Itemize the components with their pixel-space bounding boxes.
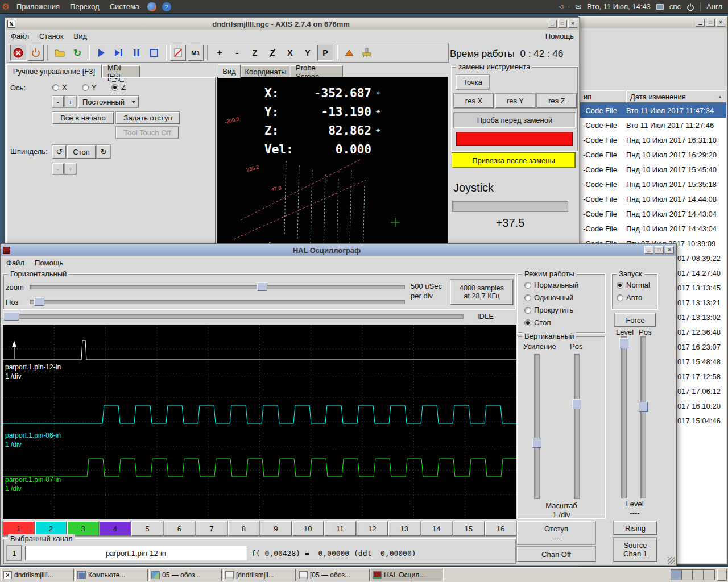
menu-system[interactable]: Система	[105, 1, 144, 13]
run-from-line-button[interactable]	[111, 45, 127, 61]
file-row[interactable]: -Code FileПнд 10 Июл 2017 16:29:20	[580, 147, 726, 162]
offset-button[interactable]: Отступ----	[517, 521, 595, 544]
zoom-slider-handle[interactable]	[257, 282, 267, 291]
run-program-button[interactable]	[93, 45, 109, 61]
mode-radio-roll[interactable]: Прокрутить	[524, 306, 573, 314]
view-side-button[interactable]: X	[282, 45, 298, 61]
jog-increment-dropdown[interactable]: Постоянный	[78, 96, 139, 107]
file-row[interactable]: -Code FileПнд 10 Июл 2017 16:31:10	[580, 132, 726, 147]
channel-button-8[interactable]: 8	[228, 521, 260, 536]
jog-minus-button[interactable]: -	[52, 96, 64, 107]
minimize-button[interactable]	[548, 20, 557, 28]
taskbar-item[interactable]: [05 — обоз...	[297, 569, 370, 581]
file-row[interactable]: -Code FileПнд 10 Июл 2017 15:35:18	[580, 177, 726, 192]
menu-view[interactable]: Вид	[69, 30, 93, 42]
trigger-source-button[interactable]: SourceChan 1	[614, 538, 657, 562]
channel-button-11[interactable]: 11	[324, 521, 356, 536]
res-x-button[interactable]: res X	[454, 94, 494, 108]
block-delete-button[interactable]	[170, 45, 186, 61]
view-top-button[interactable]: Z	[247, 45, 263, 61]
menu-file[interactable]: Файл	[6, 30, 34, 42]
selected-signal-entry[interactable]: parport.1.pin-12-in	[25, 546, 247, 560]
trigger-level-handle[interactable]	[619, 338, 628, 348]
mail-icon[interactable]	[575, 2, 581, 11]
file-row-partial[interactable]: 017 17:06:12	[677, 384, 726, 398]
taskbar-item[interactable]: HAL Осцил...	[371, 569, 444, 581]
file-row-partial[interactable]: 017 16:23:07	[677, 339, 726, 354]
home-all-button[interactable]: Все в начало	[52, 112, 114, 124]
file-row-partial[interactable]: 017 13:13:02	[677, 310, 726, 325]
vertical-pos-handle[interactable]	[572, 399, 581, 409]
maximize-button[interactable]	[655, 246, 664, 254]
panel-clock[interactable]: Вто, 11 Июл, 14:43	[587, 2, 651, 11]
file-row-partial[interactable]: 017 12:36:48	[677, 325, 726, 339]
spindle-ccw-button[interactable]: ↺	[52, 145, 66, 159]
menu-applications[interactable]: Приложения	[11, 1, 65, 13]
axis-radio-x[interactable]: X	[52, 83, 67, 92]
channel-button-13[interactable]: 13	[388, 521, 420, 536]
maximize-button[interactable]	[706, 19, 715, 27]
tab-dro[interactable]: Координаты	[242, 65, 289, 78]
chan-off-button[interactable]: Chan Off	[517, 547, 595, 562]
distro-logo-icon[interactable]	[0, 2, 11, 12]
touch-off-button[interactable]: Задать отступ	[116, 112, 180, 124]
reload-file-button[interactable]: ↻	[69, 45, 85, 61]
spindle-cw-button[interactable]: ↻	[97, 145, 110, 159]
jog-plus-button[interactable]: +	[65, 96, 76, 107]
taskbar-item[interactable]: dndrilsmjllll...	[1, 569, 74, 581]
keyboard-layout-indicator[interactable]: Англ	[706, 2, 722, 11]
file-row-partial[interactable]: 017 14:27:40	[677, 265, 726, 280]
column-header-date-modified[interactable]: Дата изменения ▲	[626, 90, 726, 103]
halscope-titlebar[interactable]: HAL Осциллограф	[1, 244, 676, 256]
channel-button-7[interactable]: 7	[196, 521, 228, 536]
record-position-handle[interactable]	[3, 312, 19, 321]
gain-slider-handle[interactable]	[532, 438, 541, 448]
workspace-2[interactable]	[682, 570, 693, 580]
menu-help[interactable]: Помощь	[30, 257, 68, 269]
workspace-switcher[interactable]	[671, 569, 715, 580]
user-name[interactable]: cnc	[669, 2, 681, 11]
workspace-3[interactable]	[693, 570, 704, 580]
zoom-slider[interactable]	[30, 282, 406, 292]
tab-preview[interactable]: Вид	[218, 64, 241, 78]
trigger-pos-slider[interactable]	[639, 336, 648, 498]
file-row-partial[interactable]: 017 17:12:58	[677, 369, 726, 384]
file-row[interactable]: -Code FileВто 11 Июл 2017 11:27:46	[580, 118, 726, 132]
file-row-partial[interactable]: 017 15:04:46	[677, 413, 726, 428]
volume-indicator-icon[interactable]: ◁---	[559, 3, 569, 10]
menu-machine[interactable]: Станок	[34, 30, 69, 42]
mode-radio-single[interactable]: Одиночный	[524, 293, 573, 302]
firefox-launcher-icon[interactable]	[147, 2, 156, 11]
channel-button-14[interactable]: 14	[421, 521, 453, 536]
column-header-type[interactable]: ип	[580, 90, 626, 103]
open-file-button[interactable]	[52, 45, 68, 61]
machine-power-button[interactable]	[28, 45, 44, 61]
hpos-slider-handle[interactable]	[34, 297, 44, 306]
file-row-partial[interactable]: 017 13:13:21	[677, 295, 726, 310]
view-front-button[interactable]: Y	[300, 45, 316, 61]
show-desktop-button[interactable]	[717, 569, 727, 581]
channel-button-10[interactable]: 10	[292, 521, 324, 536]
trigger-radio-normal[interactable]: Normal	[617, 281, 650, 289]
axis-titlebar[interactable]: dndrilsmjllll.ngc - AXIS 2.7.4 on 676mm	[6, 18, 579, 30]
close-button[interactable]	[568, 20, 577, 28]
file-row[interactable]: -Code FileВто 11 Июл 2017 11:47:34	[580, 103, 726, 118]
channel-button-5[interactable]: 5	[131, 521, 163, 536]
view-rotated-top-button[interactable]: Z	[264, 45, 280, 61]
menu-help[interactable]: Помощь	[540, 30, 579, 42]
pause-button[interactable]	[129, 45, 144, 61]
probe-before-change-button[interactable]: Проба перед заменой	[454, 113, 576, 128]
menu-file[interactable]: Файл	[1, 257, 30, 269]
optional-stop-button[interactable]: M1	[188, 45, 204, 61]
gain-slider[interactable]	[532, 354, 541, 499]
resize-grip[interactable]	[668, 557, 675, 564]
axis-radio-y[interactable]: Y	[82, 83, 97, 92]
channel-button-16[interactable]: 16	[485, 521, 517, 536]
file-row[interactable]: -Code FileПнд 10 Июл 2017 14:44:08	[580, 192, 726, 206]
minimize-button[interactable]	[644, 246, 653, 254]
minimize-button[interactable]	[696, 19, 705, 27]
file-row[interactable]: -Code FileПнд 10 Июл 2017 15:45:40	[580, 162, 726, 177]
stop-button[interactable]	[146, 45, 162, 61]
res-z-button[interactable]: res Z	[537, 94, 577, 108]
samples-button[interactable]: 4000 samplesat 28,7 КГц	[450, 280, 513, 305]
